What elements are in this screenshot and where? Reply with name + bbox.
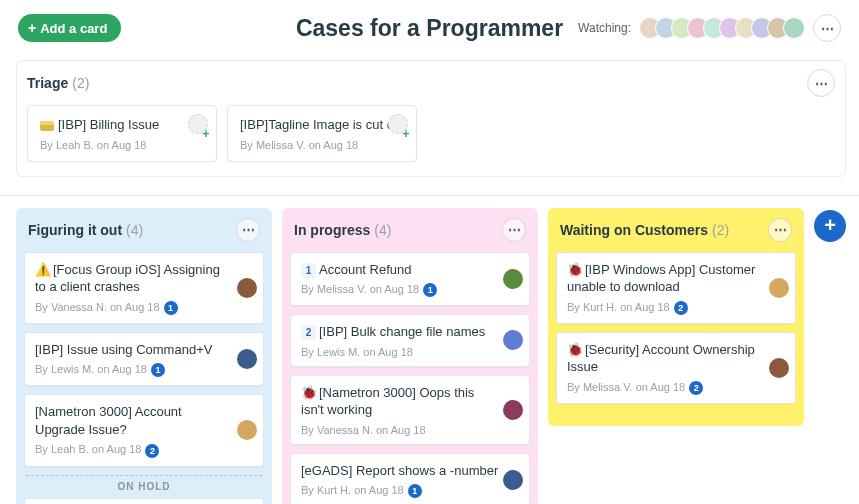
add-assignee-icon[interactable]: + [200, 128, 212, 140]
board-menu-button[interactable]: ⋯ [813, 14, 841, 42]
column-title: Figuring it out [28, 222, 122, 238]
column-waiting-on-customers: Waiting on Customers (2) ⋯ 🐞[IBP Windows… [548, 208, 804, 426]
column-in-progress: In progress (4) ⋯ 1Account Refund By Mel… [282, 208, 538, 504]
card[interactable]: [Nametron 3000] Name help By Melissa V. … [24, 498, 264, 504]
bug-icon: 🐞 [301, 385, 317, 400]
column-menu-button[interactable]: ⋯ [768, 218, 792, 242]
on-hold-separator: ON HOLD [26, 475, 262, 492]
add-column-button[interactable]: + [814, 210, 846, 242]
assignee-avatar[interactable] [503, 400, 523, 420]
plus-icon: + [28, 20, 36, 36]
triage-card[interactable]: [IBP]Tagline Image is cut off By Melissa… [227, 105, 417, 162]
warning-icon: ⚠️ [35, 262, 51, 277]
card[interactable]: 🐞[Nametron 3000] Oops this isn't working… [290, 375, 530, 445]
column-title: In progress [294, 222, 370, 238]
add-assignee-icon[interactable]: + [400, 128, 412, 140]
assignee-avatar[interactable] [237, 278, 257, 298]
column-figuring-it-out: Figuring it out (4) ⋯ ⚠️[Focus Group iOS… [16, 208, 272, 504]
unread-badge: 2 [674, 301, 688, 315]
column-menu-button[interactable]: ⋯ [236, 218, 260, 242]
unread-badge: 1 [151, 363, 165, 377]
card[interactable]: [IBP] Issue using Command+V By Lewis M. … [24, 332, 264, 387]
card[interactable]: 1Account Refund By Melissa V. on Aug 181 [290, 252, 530, 307]
card[interactable]: ⚠️[Focus Group iOS] Assigning to a clien… [24, 252, 264, 324]
assignee-avatar[interactable] [237, 420, 257, 440]
unread-badge: 1 [164, 301, 178, 315]
unread-badge: 2 [145, 444, 159, 458]
add-card-button[interactable]: + Add a card [18, 14, 121, 42]
page-header: + Add a card Cases for a Programmer Watc… [0, 0, 859, 52]
triage-section: Triage (2) ⋯ [IBP] Billing Issue By Leah… [16, 60, 846, 177]
assignee-avatar[interactable] [237, 349, 257, 369]
assignee-avatar[interactable] [769, 358, 789, 378]
card[interactable]: 🐞[Security] Account Ownership Issue By M… [556, 332, 796, 404]
column-count: (2) [712, 222, 729, 238]
unread-badge: 2 [689, 381, 703, 395]
unread-badge: 1 [408, 484, 422, 498]
bug-icon: 🐞 [567, 262, 583, 277]
assignee-avatar[interactable] [769, 278, 789, 298]
column-title: Waiting on Customers [560, 222, 708, 238]
column-count: (4) [126, 222, 143, 238]
avatar[interactable] [783, 17, 805, 39]
card[interactable]: [eGADS] Report shows a -number By Kurt H… [290, 453, 530, 504]
credit-card-icon [40, 121, 54, 131]
card[interactable]: [Nametron 3000] Account Upgrade Issue? B… [24, 394, 264, 466]
number-one-icon: 1 [301, 263, 316, 278]
assignee-avatar[interactable] [503, 330, 523, 350]
unread-badge: 1 [423, 283, 437, 297]
triage-card[interactable]: [IBP] Billing Issue By Leah B. on Aug 18… [27, 105, 217, 162]
page-title: Cases for a Programmer [296, 15, 563, 42]
watching-label: Watching: [578, 21, 631, 35]
column-menu-button[interactable]: ⋯ [502, 218, 526, 242]
watchers-avatars[interactable] [639, 17, 805, 39]
add-card-label: Add a card [40, 21, 107, 36]
card[interactable]: 🐞[IBP Windows App] Customer unable to do… [556, 252, 796, 324]
bug-icon: 🐞 [567, 342, 583, 357]
assignee-avatar[interactable] [503, 470, 523, 490]
triage-menu-button[interactable]: ⋯ [807, 69, 835, 97]
triage-count: (2) [72, 75, 89, 91]
assignee-avatar[interactable] [503, 269, 523, 289]
triage-title: Triage [27, 75, 68, 91]
number-two-icon: 2 [301, 325, 316, 340]
watching-section: Watching: ⋯ [578, 14, 841, 42]
card[interactable]: 2[IBP] Bulk change file names By Lewis M… [290, 314, 530, 367]
column-count: (4) [374, 222, 391, 238]
